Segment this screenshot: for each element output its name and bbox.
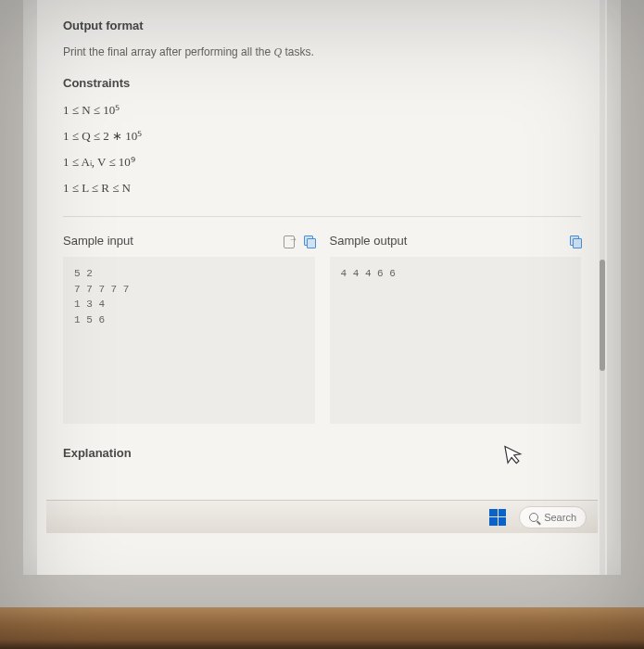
search-icon	[529, 513, 538, 522]
copy-icon[interactable]	[570, 235, 581, 247]
sample-input-box[interactable]: 5 2 7 7 7 7 7 1 3 4 1 5 6	[63, 257, 315, 424]
constraint-row: 1 ≤ Aᵢ, V ≤ 10⁹	[63, 155, 581, 170]
scroll-thumb[interactable]	[600, 260, 605, 371]
sample-input-heading: Sample input	[63, 234, 133, 248]
problem-panel: Output format Print the final array afte…	[37, 0, 607, 575]
constraint-row: 1 ≤ N ≤ 10⁵	[63, 103, 581, 118]
constraint-row: 1 ≤ L ≤ R ≤ N	[63, 181, 581, 196]
taskbar: Search	[46, 500, 598, 533]
search-placeholder: Search	[544, 512, 576, 523]
scrollbar[interactable]	[600, 0, 605, 575]
desk-surface	[0, 607, 644, 649]
output-format-heading: Output format	[63, 19, 581, 32]
copy-icon[interactable]	[304, 235, 315, 247]
output-format-description: Print the final array after performing a…	[63, 45, 581, 59]
constraints-heading: Constraints	[63, 76, 581, 90]
windows-start-icon[interactable]	[489, 509, 506, 526]
open-icon[interactable]	[284, 235, 297, 247]
divider	[63, 216, 581, 217]
sample-output-heading: Sample output	[330, 234, 408, 248]
constraints-list: 1 ≤ N ≤ 10⁵ 1 ≤ Q ≤ 2 ∗ 10⁵ 1 ≤ Aᵢ, V ≤ …	[63, 103, 581, 196]
taskbar-search[interactable]: Search	[519, 506, 587, 528]
constraint-row: 1 ≤ Q ≤ 2 ∗ 10⁵	[63, 129, 581, 144]
sample-output-box[interactable]: 4 4 4 6 6	[330, 257, 582, 424]
